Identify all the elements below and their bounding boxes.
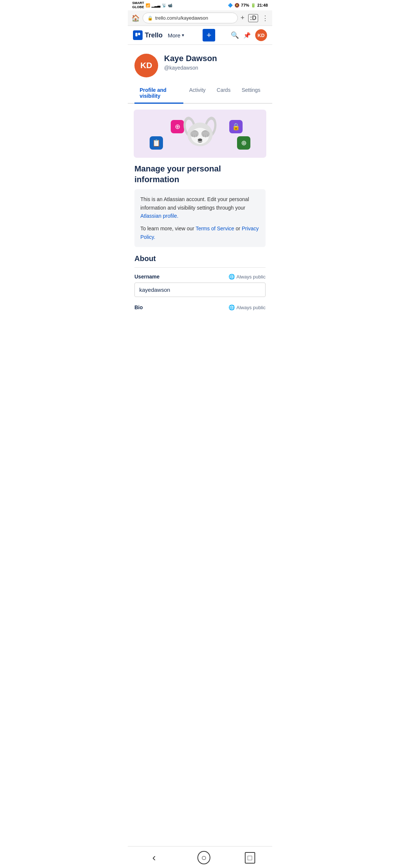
new-tab-button[interactable]: + — [241, 14, 245, 22]
status-bar: SMARTGLOBE 📶 ▁▂▃ 📡 📹 🔷 🔕 77% 🔋 21:48 — [128, 0, 272, 10]
info-box: This is an Atlassian account. Edit your … — [134, 189, 266, 247]
navbar-left: Trello More ▾ — [133, 30, 187, 40]
banner-dog-illustration — [181, 111, 219, 152]
banner-illustration: ⊕ 🔒 📋 ⊕ — [134, 110, 266, 158]
mute-icon: 🔕 — [234, 3, 240, 8]
trello-logo: Trello — [133, 30, 163, 40]
manage-title: Manage your personal information — [134, 164, 266, 185]
signal-icon: 📶 — [146, 3, 150, 7]
svg-point-18 — [198, 138, 202, 141]
navbar-right: 🔍 📌 KD — [231, 29, 267, 41]
banner-card-3: 📋 — [150, 136, 163, 150]
svg-rect-0 — [136, 33, 138, 37]
profile-info: Kaye Dawson @kayedawson — [164, 54, 217, 71]
chevron-down-icon: ▾ — [182, 33, 184, 38]
browser-actions: + :D ⋮ — [241, 14, 269, 22]
about-divider — [134, 267, 266, 268]
main-content: Manage your personal information This is… — [128, 164, 272, 247]
browser-bar: 🏠 🔒 trello.com/u/kayedawson + :D ⋮ — [128, 10, 272, 26]
lock-icon: 🔒 — [147, 16, 153, 21]
notifications-button[interactable]: 📌 — [243, 32, 251, 39]
url-text: trello.com/u/kayedawson — [155, 15, 208, 21]
banner-card-4: ⊕ — [237, 136, 250, 150]
profile-name: Kaye Dawson — [164, 54, 217, 63]
tabs-button[interactable]: :D — [248, 14, 258, 22]
user-avatar-button[interactable]: KD — [255, 29, 267, 41]
create-button[interactable]: + — [203, 29, 215, 41]
profile-username: @kayedawson — [164, 65, 217, 71]
bio-visibility: 🌐 Always public — [229, 304, 266, 310]
about-section: About Username 🌐 Always public Bio 🌐 Alw… — [128, 254, 272, 310]
tab-activity[interactable]: Activity — [184, 83, 211, 104]
profile-header: KD Kaye Dawson @kayedawson — [128, 45, 272, 83]
info-line-2: To learn more, view our Terms of Service… — [140, 224, 260, 241]
banner-card-2: 🔒 — [229, 120, 243, 133]
username-visibility: 🌐 Always public — [229, 274, 266, 280]
avatar: KD — [134, 54, 158, 77]
trello-logo-icon — [133, 30, 143, 40]
username-field-row: Username 🌐 Always public — [134, 274, 266, 280]
data-icon: 📡 — [162, 3, 166, 7]
bluetooth-icon: 🔷 — [228, 3, 233, 8]
search-button[interactable]: 🔍 — [231, 31, 239, 39]
tab-cards[interactable]: Cards — [211, 83, 236, 104]
battery-icon: 🔋 — [251, 3, 256, 8]
status-right: 🔷 🔕 77% 🔋 21:48 — [228, 3, 268, 8]
bio-field-row: Bio 🌐 Always public — [134, 304, 266, 310]
carrier-label: SMARTGLOBE — [132, 1, 144, 9]
info-line-1: This is an Atlassian account. Edit your … — [140, 195, 260, 220]
url-bar[interactable]: 🔒 trello.com/u/kayedawson — [143, 13, 238, 23]
time-label: 21:48 — [257, 3, 268, 7]
battery-label: 77% — [241, 3, 249, 7]
more-label: More — [168, 32, 180, 39]
globe-icon-bio: 🌐 — [229, 304, 235, 310]
globe-icon-username: 🌐 — [229, 274, 235, 280]
bio-label: Bio — [134, 304, 143, 310]
tabs-container: Profile and visibility Activity Cards Se… — [128, 83, 272, 104]
username-visibility-label: Always public — [236, 274, 266, 280]
status-left: SMARTGLOBE 📶 ▁▂▃ 📡 📹 — [132, 1, 172, 9]
username-input[interactable] — [134, 283, 266, 297]
more-button[interactable]: More ▾ — [165, 31, 187, 40]
profile-banner: ⊕ 🔒 📋 ⊕ — [134, 110, 266, 158]
info-text-2: To learn more, view our — [140, 226, 196, 231]
tab-settings[interactable]: Settings — [236, 83, 266, 104]
about-title: About — [134, 254, 266, 263]
bio-visibility-label: Always public — [236, 305, 266, 310]
app-navbar: Trello More ▾ + 🔍 📌 KD — [128, 26, 272, 45]
browser-menu-button[interactable]: ⋮ — [262, 14, 269, 22]
browser-home-button[interactable]: 🏠 — [131, 14, 140, 22]
info-text-3: or — [236, 226, 241, 231]
svg-rect-1 — [138, 33, 140, 35]
trello-logo-text: Trello — [145, 31, 163, 39]
username-label: Username — [134, 274, 160, 280]
video-icon: 📹 — [168, 3, 172, 7]
tab-profile[interactable]: Profile and visibility — [134, 83, 183, 104]
terms-link[interactable]: Terms of Service — [196, 226, 234, 231]
signal2-icon: ▁▂▃ — [151, 3, 160, 7]
atlassian-profile-link[interactable]: Atlassian profile. — [140, 213, 179, 219]
info-text-1: This is an Atlassian account. Edit your … — [140, 196, 249, 210]
navbar-center: + — [203, 29, 215, 41]
